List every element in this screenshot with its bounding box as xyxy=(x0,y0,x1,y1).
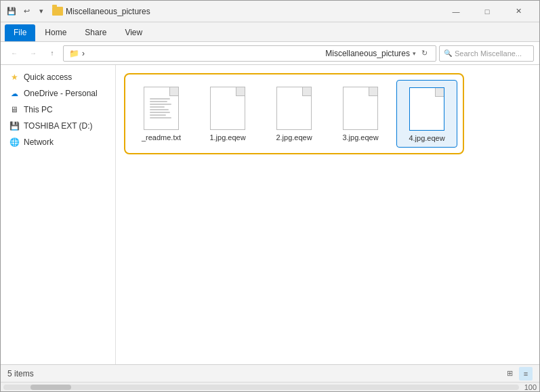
sidebar-label-this-pc: This PC xyxy=(24,105,53,114)
main-area: ★ Quick access ☁ OneDrive - Personal 🖥 T… xyxy=(1,65,539,364)
line6 xyxy=(150,112,170,113)
status-bar-right: ⊞ ≡ xyxy=(503,367,533,380)
sidebar-item-network[interactable]: 🌐 Network xyxy=(1,134,115,150)
sidebar-label-network: Network xyxy=(24,137,54,147)
address-folder-icon: 📁 xyxy=(69,49,79,58)
file-lines-readme xyxy=(150,98,171,118)
file-icon-1 xyxy=(209,84,247,130)
pc-icon: 🖥 xyxy=(9,104,20,115)
file-page-1 xyxy=(210,87,245,130)
file-page-4 xyxy=(409,87,444,131)
file-item-4[interactable]: 4.jpg.eqew xyxy=(396,80,457,148)
sidebar-label-quick-access: Quick access xyxy=(24,72,72,82)
sidebar-item-onedrive[interactable]: ☁ OneDrive - Personal xyxy=(1,85,115,102)
scroll-thumb[interactable] xyxy=(30,385,71,390)
line5 xyxy=(150,109,169,110)
explorer-window: 💾 ↩ ▾ Miscellaneous_pictures — □ ✕ File … xyxy=(0,0,540,392)
window-controls: — □ ✕ xyxy=(440,1,534,22)
star-icon: ★ xyxy=(9,72,20,83)
folder-title-icon xyxy=(52,7,63,16)
file-item-2[interactable]: 2.jpg.eqew xyxy=(264,80,325,148)
file-page-readme xyxy=(144,87,179,130)
line2 xyxy=(150,101,167,102)
tab-file[interactable]: File xyxy=(5,24,35,41)
list-view-button[interactable]: ≡ xyxy=(519,367,533,380)
address-bar: ← → ↑ 📁 › Miscellaneous_pictures ▾ ↻ 🔍 S… xyxy=(1,42,539,65)
minimize-button[interactable]: — xyxy=(440,1,472,22)
file-icon-3 xyxy=(341,84,379,130)
up-button[interactable]: ↑ xyxy=(44,45,60,62)
items-count: 5 items xyxy=(7,369,34,378)
line3 xyxy=(150,104,171,105)
window-title: Miscellaneous_pictures xyxy=(66,7,440,16)
tab-share[interactable]: Share xyxy=(76,24,115,41)
undo-icon[interactable]: ↩ xyxy=(21,6,32,17)
scroll-value: 100 xyxy=(524,383,537,391)
address-path-box[interactable]: 📁 › Miscellaneous_pictures ▾ ↻ xyxy=(63,45,436,62)
search-icon: 🔍 xyxy=(444,49,452,57)
line1 xyxy=(150,98,170,100)
file-area[interactable]: _readme.txt 1.jpg.eqew 2.jpg.eqew xyxy=(116,65,539,364)
address-text: › xyxy=(82,49,324,58)
address-path-name: Miscellaneous_pictures xyxy=(325,49,410,58)
network-icon: 🌐 xyxy=(9,137,20,148)
forward-button[interactable]: → xyxy=(25,45,41,62)
status-bar: 5 items ⊞ ≡ xyxy=(1,364,539,382)
file-item-readme[interactable]: _readme.txt xyxy=(131,80,192,148)
search-box[interactable]: 🔍 Search Miscellane... xyxy=(439,45,534,62)
sidebar-label-onedrive: OneDrive - Personal xyxy=(24,89,98,98)
title-bar-icons: 💾 ↩ ▾ xyxy=(6,6,47,17)
back-button[interactable]: ← xyxy=(6,45,22,62)
file-name-3: 3.jpg.eqew xyxy=(342,133,378,142)
file-item-3[interactable]: 3.jpg.eqew xyxy=(330,80,391,148)
tab-view[interactable]: View xyxy=(116,24,151,41)
dropdown-icon[interactable]: ▾ xyxy=(36,6,47,17)
ribbon: File Home Share View xyxy=(1,22,539,42)
file-name-2: 2.jpg.eqew xyxy=(276,133,312,142)
file-name-1: 1.jpg.eqew xyxy=(209,133,245,142)
address-refresh-btn[interactable]: ↻ xyxy=(419,49,430,58)
file-page-3 xyxy=(343,87,378,130)
sidebar-label-toshiba: TOSHIBA EXT (D:) xyxy=(24,121,93,131)
file-item-1[interactable]: 1.jpg.eqew xyxy=(197,80,258,148)
sidebar-item-toshiba[interactable]: 💾 TOSHIBA EXT (D:) xyxy=(1,118,115,134)
file-page-2 xyxy=(276,87,312,130)
maximize-button[interactable]: □ xyxy=(472,1,503,22)
file-grid: _readme.txt 1.jpg.eqew 2.jpg.eqew xyxy=(124,73,464,154)
tab-home[interactable]: Home xyxy=(36,24,75,41)
scroll-track[interactable] xyxy=(3,385,519,390)
cloud-icon: ☁ xyxy=(9,88,20,99)
title-bar: 💾 ↩ ▾ Miscellaneous_pictures — □ ✕ xyxy=(1,1,539,22)
line4 xyxy=(150,106,165,108)
quick-save-icon[interactable]: 💾 xyxy=(6,6,17,17)
ribbon-tabs: File Home Share View xyxy=(1,22,539,41)
file-icon-4 xyxy=(408,85,446,131)
line7 xyxy=(150,114,166,116)
grid-view-button[interactable]: ⊞ xyxy=(503,367,516,380)
sidebar-item-this-pc[interactable]: 🖥 This PC xyxy=(1,102,115,118)
search-placeholder: Search Miscellane... xyxy=(455,49,529,58)
file-name-4: 4.jpg.eqew xyxy=(409,133,444,143)
sidebar: ★ Quick access ☁ OneDrive - Personal 🖥 T… xyxy=(1,65,116,364)
address-dropdown-btn[interactable]: ▾ xyxy=(410,50,419,57)
file-icon-2 xyxy=(275,84,313,130)
file-name-readme: _readme.txt xyxy=(142,133,181,142)
file-icon-readme xyxy=(142,84,180,130)
drive-icon: 💾 xyxy=(9,121,20,131)
bottom-scroll: 100 xyxy=(1,382,539,391)
line8 xyxy=(150,117,171,118)
sidebar-item-quick-access[interactable]: ★ Quick access xyxy=(1,69,115,85)
close-button[interactable]: ✕ xyxy=(503,1,534,22)
